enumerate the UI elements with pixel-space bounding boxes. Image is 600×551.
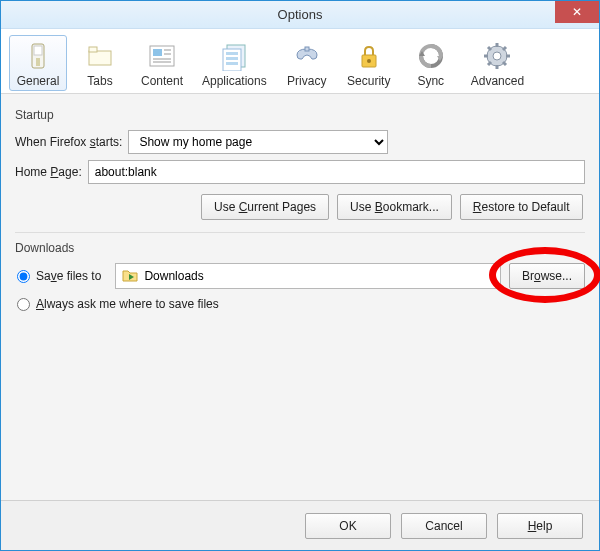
- toolbar-privacy[interactable]: Privacy: [278, 35, 336, 91]
- browse-button[interactable]: Browse...: [509, 263, 585, 289]
- general-icon: [22, 40, 54, 72]
- security-icon: [353, 40, 385, 72]
- toolbar-label: General: [17, 74, 60, 88]
- always-ask-row: Always ask me where to save files: [15, 297, 585, 311]
- cancel-button[interactable]: Cancel: [401, 513, 487, 539]
- toolbar-content[interactable]: Content: [133, 35, 191, 91]
- svg-rect-7: [164, 49, 171, 51]
- toolbar-tabs[interactable]: Tabs: [71, 35, 129, 91]
- always-ask-radio[interactable]: [17, 298, 30, 311]
- svg-line-27: [488, 47, 491, 50]
- toolbar-label: Tabs: [87, 74, 112, 88]
- divider: [15, 232, 585, 233]
- svg-rect-3: [89, 51, 111, 65]
- svg-rect-8: [164, 53, 171, 55]
- download-folder-path: Downloads: [144, 269, 203, 283]
- restore-default-button[interactable]: Restore to Default: [460, 194, 583, 220]
- folder-icon: [122, 268, 138, 285]
- toolbar-sync[interactable]: Sync: [402, 35, 460, 91]
- save-files-to-radio[interactable]: [17, 270, 30, 283]
- toolbar-label: Applications: [202, 74, 267, 88]
- svg-rect-1: [34, 46, 42, 55]
- toolbar-label: Content: [141, 74, 183, 88]
- svg-line-29: [488, 62, 491, 65]
- tabs-icon: [84, 40, 116, 72]
- startup-action-select[interactable]: Show my home page: [128, 130, 388, 154]
- home-page-label: Home Page:: [15, 165, 82, 179]
- startup-group-label: Startup: [15, 108, 585, 122]
- content-icon: [146, 40, 178, 72]
- toolbar-security[interactable]: Security: [340, 35, 398, 91]
- advanced-icon: [481, 40, 513, 72]
- always-ask-label: Always ask me where to save files: [36, 297, 219, 311]
- toolbar-advanced[interactable]: Advanced: [464, 35, 531, 91]
- home-page-row: Home Page:: [15, 160, 585, 184]
- homepage-buttons: Use Current Pages Use Bookmark... Restor…: [201, 194, 585, 220]
- help-button[interactable]: Help: [497, 513, 583, 539]
- when-firefox-starts-row: When Firefox starts: Show my home page: [15, 130, 585, 154]
- use-current-pages-button[interactable]: Use Current Pages: [201, 194, 329, 220]
- toolbar-label: Security: [347, 74, 390, 88]
- svg-rect-10: [153, 61, 171, 63]
- svg-point-22: [493, 52, 501, 60]
- save-files-to-row: Save files to Downloads Browse...: [15, 263, 585, 289]
- privacy-icon: [291, 40, 323, 72]
- use-bookmark-button[interactable]: Use Bookmark...: [337, 194, 452, 220]
- svg-rect-9: [153, 58, 171, 60]
- svg-rect-14: [226, 57, 238, 60]
- applications-icon: [218, 40, 250, 72]
- toolbar-general[interactable]: General: [9, 35, 67, 91]
- svg-rect-15: [226, 62, 238, 65]
- when-firefox-starts-label: When Firefox starts:: [15, 135, 122, 149]
- svg-rect-16: [305, 47, 309, 51]
- svg-line-30: [503, 47, 506, 50]
- toolbar-label: Sync: [417, 74, 444, 88]
- window-title: Options: [278, 7, 323, 22]
- ok-button[interactable]: OK: [305, 513, 391, 539]
- toolbar-applications[interactable]: Applications: [195, 35, 274, 91]
- titlebar: Options ✕: [1, 1, 599, 29]
- sync-icon: [415, 40, 447, 72]
- svg-rect-2: [36, 58, 40, 66]
- svg-rect-6: [153, 49, 162, 56]
- svg-rect-4: [89, 47, 97, 52]
- options-window: Options ✕ General Tabs Content: [0, 0, 600, 551]
- toolbar-label: Privacy: [287, 74, 326, 88]
- svg-point-18: [367, 59, 371, 63]
- dialog-footer: OK Cancel Help: [1, 500, 599, 550]
- svg-rect-13: [226, 52, 238, 55]
- general-panel: Startup When Firefox starts: Show my hom…: [1, 94, 599, 541]
- svg-line-28: [503, 62, 506, 65]
- category-toolbar: General Tabs Content Applications Privac…: [1, 29, 599, 94]
- home-page-input[interactable]: [88, 160, 585, 184]
- toolbar-label: Advanced: [471, 74, 524, 88]
- close-button[interactable]: ✕: [555, 1, 599, 23]
- save-files-to-label: Save files to: [36, 269, 101, 283]
- downloads-group-label: Downloads: [15, 241, 585, 255]
- download-folder-display: Downloads: [115, 263, 501, 289]
- close-icon: ✕: [572, 5, 582, 19]
